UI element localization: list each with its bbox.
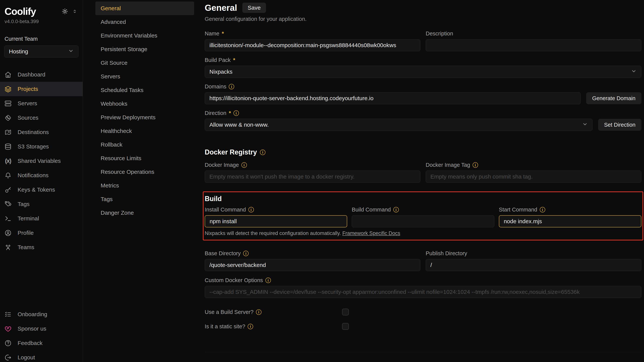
sidebar-item-s3-storages[interactable]: S3 Storages xyxy=(0,139,83,154)
sidebar-item-shared-variables[interactable]: (x) Shared Variables xyxy=(0,154,83,168)
sidebar-item-feedback[interactable]: Feedback xyxy=(0,336,83,350)
start-command-input[interactable] xyxy=(499,215,641,227)
description-field: Description xyxy=(426,31,641,51)
docker-image-tag-input[interactable] xyxy=(426,171,641,183)
direction-select[interactable]: Allow www & non-www. xyxy=(205,119,592,131)
description-input[interactable] xyxy=(426,39,641,51)
chevrons-up-down-icon[interactable] xyxy=(72,9,78,14)
subnav-item-scheduled-tasks[interactable]: Scheduled Tasks xyxy=(95,83,194,97)
map-icon xyxy=(4,129,12,136)
static-site-checkbox[interactable] xyxy=(342,323,349,330)
set-direction-button[interactable]: Set Direction xyxy=(598,119,641,131)
terminal-icon xyxy=(4,215,12,222)
subnav-item-webhooks[interactable]: Webhooks xyxy=(95,97,194,111)
required-asterisk: * xyxy=(222,31,224,37)
subnav-item-advanced[interactable]: Advanced xyxy=(95,15,194,29)
heart-handshake-icon xyxy=(4,325,12,332)
chevron-down-icon xyxy=(582,121,588,128)
info-icon: i xyxy=(266,277,271,283)
base-directory-field: Base Directoryi xyxy=(205,250,420,271)
app-logo: Coolify xyxy=(4,7,36,16)
subnav-item-environment-variables[interactable]: Environment Variables xyxy=(95,29,194,43)
logout-icon xyxy=(4,354,12,361)
sidebar-item-teams[interactable]: Teams xyxy=(0,240,83,254)
base-directory-input[interactable] xyxy=(205,259,420,271)
subnav-item-danger-zone[interactable]: Danger Zone xyxy=(95,206,194,220)
subnav-item-general[interactable]: General xyxy=(95,2,194,15)
subnav-item-resource-operations[interactable]: Resource Operations xyxy=(95,165,194,179)
sidebar-item-onboarding[interactable]: Onboarding xyxy=(0,307,83,321)
tags-icon xyxy=(4,201,12,208)
settings-subnav: General Advanced Environment Variables P… xyxy=(95,0,194,362)
build-heading: Build xyxy=(205,195,641,203)
subnav-item-servers[interactable]: Servers xyxy=(95,70,194,83)
sidebar-item-tags[interactable]: Tags xyxy=(0,197,83,211)
info-icon: i xyxy=(243,251,248,256)
server-icon xyxy=(4,100,12,107)
direction-field: Direction*i Allow www & non-www. Set Dir… xyxy=(205,110,641,131)
subnav-item-git-source[interactable]: Git Source xyxy=(95,56,194,70)
database-icon xyxy=(4,143,12,150)
theme-toggle-sun-icon[interactable] xyxy=(62,8,68,15)
layers-icon xyxy=(4,86,12,93)
subnav-item-metrics[interactable]: Metrics xyxy=(95,179,194,192)
publish-directory-field: Publish Directory xyxy=(426,250,641,271)
static-site-toggle-row: Is it a static site?i xyxy=(205,323,641,330)
build-command-field: Build Commandi xyxy=(352,207,494,227)
sidebar-item-dashboard[interactable]: Dashboard xyxy=(0,67,83,82)
home-icon xyxy=(4,71,12,78)
sidebar-item-projects[interactable]: Projects xyxy=(0,82,83,96)
sidebar-item-servers[interactable]: Servers xyxy=(0,96,83,111)
build-section-annotation-box: Build Install Commandi Build Commandi St… xyxy=(203,191,643,240)
users-icon xyxy=(4,244,12,251)
sidebar-menu: Dashboard Projects Servers Sources Desti… xyxy=(0,67,83,254)
domains-input[interactable] xyxy=(205,92,580,104)
bell-icon xyxy=(4,172,12,179)
docker-registry-heading: Docker Registryi xyxy=(205,148,641,156)
info-icon: i xyxy=(234,110,239,116)
install-command-input[interactable] xyxy=(205,215,347,227)
sidebar-item-notifications[interactable]: Notifications xyxy=(0,168,83,183)
page-title: General xyxy=(205,3,237,13)
subnav-item-preview-deployments[interactable]: Preview Deployments xyxy=(95,111,194,124)
framework-docs-link[interactable]: Framework Specific Docs xyxy=(342,230,400,236)
info-icon: i xyxy=(248,324,253,329)
sidebar-item-keys-tokens[interactable]: Keys & Tokens xyxy=(0,183,83,197)
sidebar-item-sponsor[interactable]: Sponsor us xyxy=(0,321,83,336)
info-icon: i xyxy=(540,207,545,212)
build-command-input[interactable] xyxy=(352,215,494,227)
subnav-item-persistent-storage[interactable]: Persistent Storage xyxy=(95,43,194,56)
sidebar-item-sources[interactable]: Sources xyxy=(0,111,83,125)
main-content: General Save General configuration for y… xyxy=(194,0,644,362)
info-icon: i xyxy=(242,162,247,168)
info-icon: i xyxy=(393,207,399,212)
subnav-item-tags[interactable]: Tags xyxy=(95,192,194,206)
sidebar-item-terminal[interactable]: Terminal xyxy=(0,211,83,226)
sidebar-item-profile[interactable]: Profile xyxy=(0,226,83,240)
app-version: v4.0.0-beta.399 xyxy=(0,16,83,25)
name-input[interactable] xyxy=(205,39,420,51)
team-select[interactable]: Hosting xyxy=(4,46,78,58)
publish-directory-input[interactable] xyxy=(426,259,641,271)
name-field: Name* xyxy=(205,31,420,51)
sidebar-item-destinations[interactable]: Destinations xyxy=(0,125,83,139)
generate-domain-button[interactable]: Generate Domain xyxy=(586,92,641,104)
info-icon: i xyxy=(260,150,266,155)
save-button[interactable]: Save xyxy=(242,3,266,13)
chevron-down-icon xyxy=(68,48,74,55)
custom-docker-options-field: Custom Docker Optionsi xyxy=(205,277,641,298)
checklist-icon xyxy=(4,311,12,318)
info-icon: i xyxy=(256,309,262,315)
subnav-item-healthcheck[interactable]: Healthcheck xyxy=(95,124,194,138)
subnav-item-rollback[interactable]: Rollback xyxy=(95,138,194,151)
required-asterisk: * xyxy=(233,57,235,63)
domains-field: Domainsi Generate Domain xyxy=(205,84,641,104)
build-server-checkbox[interactable] xyxy=(342,309,349,315)
subnav-item-resource-limits[interactable]: Resource Limits xyxy=(95,151,194,165)
start-command-field: Start Commandi xyxy=(499,207,641,227)
coolify-app: Coolify v4.0.0-beta.399 Current Team Hos… xyxy=(0,0,644,362)
docker-image-input[interactable] xyxy=(205,171,420,183)
sidebar-item-logout[interactable]: Logout xyxy=(0,350,83,362)
custom-docker-options-input[interactable] xyxy=(205,286,641,298)
build-pack-select[interactable]: Nixpacks xyxy=(205,66,641,78)
